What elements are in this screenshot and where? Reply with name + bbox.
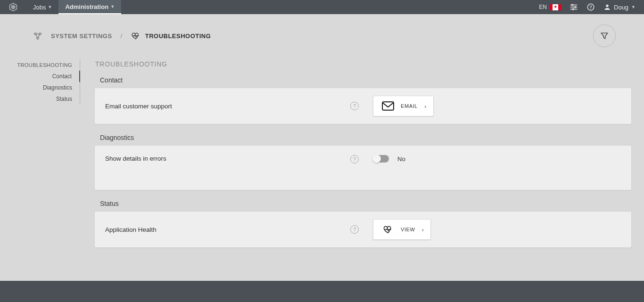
svg-point-5 <box>572 4 573 6</box>
email-button-label: EMAIL <box>401 103 418 109</box>
show-details-toggle[interactable] <box>373 155 389 163</box>
svg-point-6 <box>575 7 576 8</box>
settings-nodes-icon <box>33 31 42 41</box>
email-button[interactable]: EMAIL ›› <box>373 96 434 116</box>
app-logo[interactable] <box>0 0 26 14</box>
sidenav-item-status[interactable]: Status <box>0 93 80 105</box>
footer-bar <box>0 281 644 302</box>
settings-sliders-icon[interactable] <box>570 3 578 11</box>
section-label-status: Status <box>100 200 632 207</box>
help-tooltip-icon[interactable]: ? <box>350 155 359 163</box>
main-area: SYSTEM SETTINGS / TROUBLESHOOTING TROUBL… <box>0 14 644 281</box>
svg-point-11 <box>34 33 36 35</box>
breadcrumb-root[interactable]: SYSTEM SETTINGS <box>51 33 112 40</box>
panel-title: TROUBLESHOOTING <box>95 60 632 68</box>
user-icon <box>603 3 611 11</box>
user-menu[interactable]: Doug ▼ <box>603 3 636 11</box>
toggle-group: No <box>373 155 405 163</box>
section-label-diagnostics: Diagnostics <box>100 134 632 141</box>
language-selector[interactable]: EN ✦ <box>539 4 561 10</box>
section-label-contact: Contact <box>100 76 632 84</box>
view-button-label: VIEW <box>401 227 415 232</box>
svg-point-13 <box>37 37 39 39</box>
flag-canada-icon: ✦ <box>550 4 561 10</box>
view-button[interactable]: VIEW ›› <box>373 219 431 240</box>
chevron-down-icon: ▼ <box>631 5 636 9</box>
svg-marker-1 <box>11 5 15 9</box>
breadcrumb: SYSTEM SETTINGS / TROUBLESHOOTING <box>33 31 211 41</box>
heartbeat-icon <box>131 31 140 41</box>
toggle-knob <box>372 155 381 163</box>
nav-jobs-label: Jobs <box>33 4 46 11</box>
svg-text:?: ? <box>589 5 592 9</box>
card-contact: Email customer support ? EMAIL ›› <box>94 88 632 124</box>
hexagon-icon <box>8 2 18 12</box>
nav-administration-label: Administration <box>65 3 108 10</box>
help-icon[interactable]: ? <box>586 3 595 11</box>
help-tooltip-icon[interactable]: ? <box>350 102 359 110</box>
svg-point-10 <box>606 5 608 7</box>
user-name: Doug <box>614 4 628 11</box>
top-header: Jobs ▼ Administration ▼ EN ✦ ? Doug ▼ <box>0 0 644 14</box>
side-nav: TROUBLESHOOTING Contact Diagnostics Stat… <box>0 57 80 281</box>
breadcrumb-row: SYSTEM SETTINGS / TROUBLESHOOTING <box>0 14 644 61</box>
header-left: Jobs ▼ Administration ▼ <box>0 0 121 14</box>
svg-rect-15 <box>382 102 394 110</box>
svg-point-7 <box>572 8 574 10</box>
sidenav-item-contact[interactable]: Contact <box>0 71 80 82</box>
card-status: Application Health ? VIEW ›› <box>94 211 632 248</box>
sidenav-item-diagnostics[interactable]: Diagnostics <box>0 82 80 93</box>
content-wrap: TROUBLESHOOTING Contact Diagnostics Stat… <box>0 57 644 281</box>
language-code: EN <box>539 4 547 10</box>
card-diagnostics: Show details in errors ? No <box>94 145 632 190</box>
header-right: EN ✦ ? Doug ▼ <box>539 0 644 14</box>
filter-button[interactable] <box>593 24 616 47</box>
help-tooltip-icon[interactable]: ? <box>350 225 359 234</box>
svg-marker-14 <box>601 33 607 39</box>
breadcrumb-current: TROUBLESHOOTING <box>131 31 211 41</box>
sidenav-heading: TROUBLESHOOTING <box>0 59 80 71</box>
mail-icon <box>382 101 394 111</box>
toggle-state-label: No <box>397 155 405 163</box>
diagnostics-row-label: Show details in errors <box>105 155 350 162</box>
filter-icon <box>600 31 609 41</box>
chevron-double-right-icon: ›› <box>422 226 422 233</box>
panel-area: TROUBLESHOOTING Contact Email customer s… <box>80 57 644 281</box>
status-row-label: Application Health <box>105 226 350 233</box>
svg-point-12 <box>39 33 41 35</box>
chevron-double-right-icon: ›› <box>424 103 425 110</box>
chevron-down-icon: ▼ <box>110 4 115 9</box>
nav-administration[interactable]: Administration ▼ <box>58 0 121 14</box>
breadcrumb-separator: / <box>121 33 123 40</box>
heartbeat-icon <box>382 224 394 235</box>
contact-row-label: Email customer support <box>105 103 350 110</box>
chevron-down-icon: ▼ <box>48 5 52 9</box>
nav-jobs[interactable]: Jobs ▼ <box>26 0 58 14</box>
